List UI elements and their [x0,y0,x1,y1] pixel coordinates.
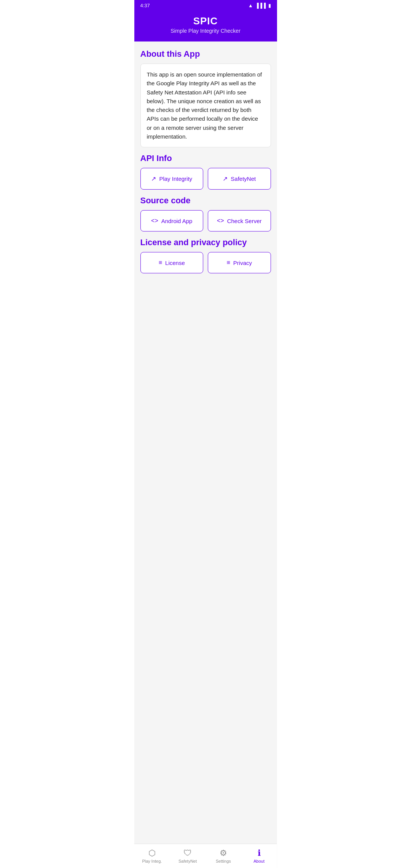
android-app-label: Android App [161,218,193,224]
nav-item-safetynet[interactable]: 🛡 SafetyNet [170,844,206,868]
source-button-row: <> Android App <> Check Server [140,210,271,231]
signal-icon: ▐▐▐ [255,3,266,8]
battery-icon: ▮ [268,3,271,8]
play-integrity-nav-icon: ⬡ [148,849,156,857]
license-label: License [165,260,185,266]
nav-label-safetynet: SafetyNet [178,859,197,863]
nav-label-about: About [253,859,264,863]
nav-item-about[interactable]: ℹ About [241,844,277,868]
main-content: About this App This app is an open sourc… [134,41,277,868]
code-icon: <> [151,217,158,224]
license-section-heading: License and privacy policy [140,238,271,247]
about-nav-icon: ℹ [258,849,261,857]
nav-label-settings: Settings [216,859,231,863]
about-description: This app is an open source implementatio… [140,64,271,147]
about-section-heading: About this App [140,49,271,59]
app-title: SPIC [140,15,271,27]
play-integrity-api-label: Play Integrity [159,176,192,182]
play-integrity-api-button[interactable]: ↗ Play Integrity [140,168,204,190]
list-icon-2: ≡ [226,259,230,266]
license-button-row: ≡ License ≡ Privacy [140,252,271,273]
check-server-button[interactable]: <> Check Server [208,210,271,231]
api-info-section-heading: API Info [140,153,271,163]
api-button-row: ↗ Play Integrity ↗ SafetyNet [140,168,271,190]
privacy-button[interactable]: ≡ Privacy [208,252,271,273]
privacy-label: Privacy [233,260,252,266]
safetynet-nav-icon: 🛡 [183,849,192,857]
check-server-label: Check Server [227,218,262,224]
status-icons: ▲ ▐▐▐ ▮ [248,3,271,8]
status-time: 4:37 [140,3,150,8]
nav-item-settings[interactable]: ⚙ Settings [206,844,241,868]
app-subtitle: Simple Play Integrity Checker [140,28,271,34]
app-header: SPIC Simple Play Integrity Checker [134,11,277,41]
bottom-nav: ⬡ Play Integ. 🛡 SafetyNet ⚙ Settings ℹ A… [134,844,277,868]
source-code-section-heading: Source code [140,196,271,206]
safetynet-api-label: SafetyNet [231,176,256,182]
external-link-icon-2: ↗ [223,175,228,182]
list-icon: ≡ [159,259,162,266]
wifi-icon: ▲ [248,3,253,8]
license-button[interactable]: ≡ License [140,252,204,273]
safetynet-api-button[interactable]: ↗ SafetyNet [208,168,271,190]
nav-label-play-integrity: Play Integ. [142,859,162,863]
settings-nav-icon: ⚙ [220,849,227,857]
external-link-icon: ↗ [151,175,156,182]
nav-item-play-integrity[interactable]: ⬡ Play Integ. [134,844,170,868]
code-icon-2: <> [217,217,224,224]
status-bar: 4:37 ▲ ▐▐▐ ▮ [134,0,277,11]
android-app-button[interactable]: <> Android App [140,210,204,231]
